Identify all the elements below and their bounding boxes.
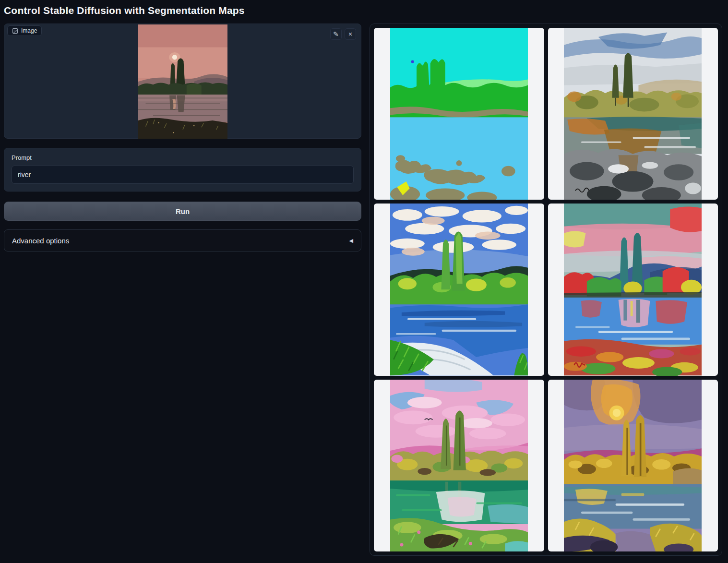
advanced-options-accordion[interactable]: Advanced options ◀: [4, 229, 361, 252]
gallery-item-golden-sunset[interactable]: [548, 380, 718, 551]
image-upload-area[interactable]: Image ✎ ×: [4, 24, 361, 139]
image-icon: [12, 28, 18, 34]
prompt-input[interactable]: [12, 166, 354, 184]
image-block-label: Image: [7, 25, 42, 36]
watercolor-river-image: [564, 28, 702, 200]
pastel-lake-image: [390, 380, 528, 551]
sunset-river-photo: [138, 24, 227, 139]
vivid-oil-river-image: [390, 204, 528, 375]
output-gallery: [370, 24, 722, 556]
gallery-item-segmentation-map[interactable]: [374, 28, 544, 200]
run-button[interactable]: Run: [4, 202, 361, 221]
prompt-block: Prompt: [4, 148, 361, 192]
clear-image-button[interactable]: ×: [345, 28, 356, 40]
gallery-item-pastel[interactable]: [374, 380, 544, 551]
image-block-label-text: Image: [21, 27, 37, 34]
colorful-river-image: [564, 204, 702, 375]
page-title: Control Stable Diffusion with Segmentati…: [4, 5, 724, 16]
image-toolbar: ✎ ×: [330, 28, 356, 40]
chevron-left-icon: ◀: [349, 238, 353, 244]
golden-sunset-image: [564, 380, 702, 551]
gallery-item-watercolor[interactable]: [548, 28, 718, 200]
segmentation-map-image: [390, 28, 528, 200]
close-icon: ×: [348, 31, 352, 37]
app-root: Control Stable Diffusion with Segmentati…: [0, 0, 728, 563]
main-layout: Image ✎ ×: [4, 24, 724, 556]
uploaded-image-thumbnail: [138, 24, 227, 139]
gallery-item-colorful[interactable]: [548, 204, 718, 375]
pencil-icon: ✎: [333, 31, 339, 37]
gallery-item-vivid-oil[interactable]: [374, 204, 544, 375]
advanced-options-label: Advanced options: [12, 237, 69, 245]
prompt-label: Prompt: [12, 154, 354, 161]
edit-image-button[interactable]: ✎: [330, 28, 342, 40]
input-column: Image ✎ ×: [4, 24, 361, 252]
